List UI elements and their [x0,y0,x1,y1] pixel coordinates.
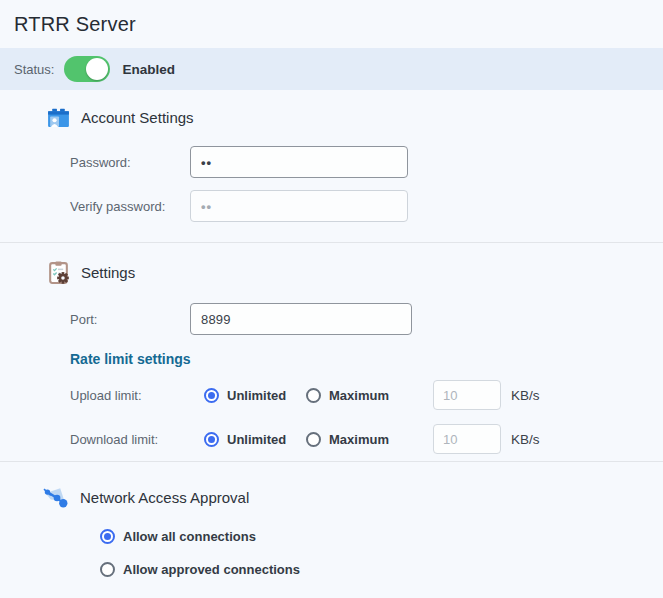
rate-limit-settings-heading: Rate limit settings [70,351,663,367]
allow-approved-connections-option[interactable]: Allow approved connections [100,559,663,579]
upload-unlimited-option[interactable]: Unlimited [204,388,306,403]
port-label: Port: [70,312,190,327]
section-network-access: Network Access Approval Allow all connec… [0,461,663,598]
settings-section-title: Settings [81,264,135,281]
download-unlimited-label: Unlimited [227,432,286,447]
upload-maximum-input [433,380,501,410]
password-row: Password: [70,146,663,178]
settings-section-head: Settings [46,259,663,285]
section-settings: Settings Port: Rate limit settings Uploa… [0,242,663,461]
port-row: Port: [70,303,663,335]
account-section-title: Account Settings [81,109,194,126]
upload-maximum-option[interactable]: Maximum [306,388,404,403]
radio-checked-icon[interactable] [100,529,115,544]
port-input[interactable] [190,303,412,335]
upload-unlimited-label: Unlimited [227,388,286,403]
radio-checked-icon[interactable] [204,432,219,447]
status-bar: Status: Enabled [0,48,663,90]
password-label: Password: [70,155,190,170]
network-nodes-icon [42,485,70,510]
download-unit-label: KB/s [511,432,540,447]
download-limit-row: Download limit: Unlimited Maximum KB/s [70,424,663,454]
upload-maximum-label: Maximum [329,388,389,403]
page-header: RTRR Server [0,0,663,48]
download-maximum-label: Maximum [329,432,389,447]
status-value: Enabled [122,62,175,77]
download-limit-label: Download limit: [70,432,204,447]
radio-unchecked-icon[interactable] [306,388,321,403]
upload-limit-row: Upload limit: Unlimited Maximum KB/s [70,380,663,410]
status-toggle[interactable] [64,56,110,82]
account-section-head: Account Settings [46,104,663,130]
toggle-knob-icon [86,58,108,80]
download-unlimited-option[interactable]: Unlimited [204,432,306,447]
verify-password-input [190,190,408,222]
network-section-head: Network Access Approval [42,484,663,510]
status-label: Status: [14,62,54,77]
network-section-title: Network Access Approval [80,489,249,506]
account-badge-icon [46,105,71,130]
radio-unchecked-icon[interactable] [306,432,321,447]
download-maximum-input [433,424,501,454]
allow-all-connections-label: Allow all connections [123,529,256,544]
verify-password-label: Verify password: [70,199,190,214]
download-maximum-option[interactable]: Maximum [306,432,404,447]
radio-checked-icon[interactable] [204,388,219,403]
page-title: RTRR Server [14,13,649,36]
verify-password-row: Verify password: [70,190,663,222]
allow-all-connections-option[interactable]: Allow all connections [100,526,663,546]
allow-approved-connections-label: Allow approved connections [123,562,300,577]
upload-limit-label: Upload limit: [70,388,204,403]
password-input[interactable] [190,146,408,178]
clipboard-gear-icon [46,260,71,285]
upload-unit-label: KB/s [511,388,540,403]
section-account-settings: Account Settings Password: Verify passwo… [0,90,663,242]
radio-unchecked-icon[interactable] [100,562,115,577]
